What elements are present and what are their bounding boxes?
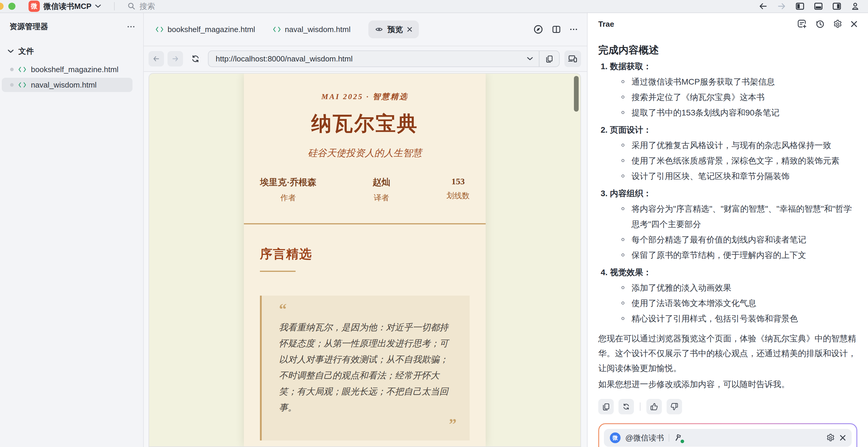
settings-gear-icon[interactable] bbox=[833, 19, 842, 29]
bullet-text: 保留了原书的章节结构，便于理解内容的上下文 bbox=[631, 247, 806, 263]
browser-back-button[interactable] bbox=[149, 51, 164, 67]
bullet-ring-icon bbox=[621, 96, 624, 99]
compass-icon[interactable] bbox=[533, 25, 543, 34]
file-name: bookshelf_magazine.html bbox=[31, 65, 119, 74]
new-chat-icon[interactable] bbox=[797, 19, 807, 29]
app-title: 微信读书MCP bbox=[43, 1, 92, 11]
close-icon[interactable] bbox=[407, 27, 412, 32]
code-file-icon bbox=[19, 82, 26, 88]
window-minimize-button[interactable] bbox=[0, 3, 4, 10]
history-forward-icon[interactable] bbox=[777, 2, 786, 11]
bullet-text: 提取了书中的153条划线内容和90条笔记 bbox=[631, 105, 779, 121]
app-switcher[interactable]: 微 微信读书MCP bbox=[29, 1, 101, 12]
tab-label: naval_wisdom.html bbox=[285, 25, 350, 34]
file-item-bookshelf-magazine[interactable]: bookshelf_magazine.html bbox=[2, 62, 132, 77]
account-icon[interactable] bbox=[851, 2, 860, 11]
mcp-tools-icon[interactable] bbox=[674, 433, 684, 443]
history-icon[interactable] bbox=[815, 19, 825, 29]
open-in-device-icon[interactable] bbox=[564, 50, 581, 67]
url-dropdown-icon[interactable] bbox=[521, 57, 539, 61]
titlebar: 微 微信读书MCP 搜索 bbox=[0, 0, 868, 13]
summary-bullet: 设计了引用区块、笔记区块和章节分隔装饰 bbox=[598, 169, 857, 184]
more-actions-icon[interactable] bbox=[570, 28, 578, 31]
book-meta-row: 埃里克·乔根森 作者 赵灿 译者 153 划线数 bbox=[260, 176, 470, 203]
context-chip-bar: 微 @微信读书 bbox=[604, 429, 852, 447]
bullet-ring-icon bbox=[621, 238, 624, 241]
bullet-text: 采用了优雅复古风格设计，与现有的杂志风格保持一致 bbox=[631, 138, 831, 153]
copy-message-button[interactable] bbox=[598, 399, 614, 414]
closing-paragraph: 您现在可以通过浏览器预览这个页面，体验《纳瓦尔宝典》中的智慧精华。这个设计不仅展… bbox=[598, 331, 857, 376]
summary-section-title: 2. 页面设计： bbox=[598, 122, 857, 138]
bullet-ring-icon bbox=[621, 175, 624, 177]
summary-bullet: 搜索并定位了《纳瓦尔宝典》这本书 bbox=[598, 90, 857, 105]
issue-line: MAI 2025 · 智慧精选 bbox=[260, 92, 470, 102]
input-settings-gear-icon[interactable] bbox=[826, 433, 835, 442]
thumbs-up-button[interactable] bbox=[646, 399, 662, 414]
bullet-ring-icon bbox=[621, 144, 624, 147]
copy-url-icon[interactable] bbox=[539, 51, 559, 67]
meta-value: 埃里克·乔根森 bbox=[260, 176, 316, 188]
meta-label: 译者 bbox=[373, 193, 390, 203]
preview-eye-icon bbox=[375, 26, 383, 33]
close-panel-icon[interactable] bbox=[851, 21, 857, 27]
toggle-right-panel-icon[interactable] bbox=[832, 2, 841, 11]
quote-open-mark: “ bbox=[279, 302, 457, 317]
bullet-text: 设计了引用区块、笔记区块和章节分隔装饰 bbox=[631, 169, 789, 184]
mcp-online-dot bbox=[681, 440, 684, 443]
explorer-title: 资源管理器 bbox=[9, 21, 48, 32]
split-editor-icon[interactable] bbox=[552, 25, 561, 34]
history-back-icon[interactable] bbox=[759, 2, 768, 11]
book-subtitle: 硅谷天使投资人的人生智慧 bbox=[260, 147, 470, 160]
mention-chip[interactable]: @微信读书 bbox=[625, 433, 664, 443]
file-item-naval-wisdom[interactable]: naval_wisdom.html bbox=[2, 78, 132, 92]
toggle-left-panel-icon[interactable] bbox=[796, 2, 804, 11]
quote-close-mark: ” bbox=[279, 417, 457, 432]
search-icon bbox=[128, 2, 135, 10]
chip-divider bbox=[669, 434, 669, 442]
toggle-bottom-panel-icon[interactable] bbox=[814, 2, 823, 11]
summary-bullet: 通过微信读书MCP服务获取了书架信息 bbox=[598, 74, 857, 90]
file-name: naval_wisdom.html bbox=[31, 80, 97, 90]
tab-naval-wisdom[interactable]: naval_wisdom.html bbox=[273, 25, 350, 34]
files-section-label: 文件 bbox=[19, 46, 34, 57]
code-file-icon bbox=[273, 26, 281, 32]
explorer-sidebar: 资源管理器 文件 bookshelf_magazine.html naval_w… bbox=[0, 13, 144, 447]
titlebar-divider bbox=[114, 2, 115, 10]
chat-input-box[interactable]: 微 @微信读书 bbox=[598, 423, 857, 447]
code-file-icon bbox=[19, 67, 26, 72]
preview-pane: MAI 2025 · 智慧精选 纳瓦尔宝典 硅谷天使投资人的人生智慧 埃里克·乔… bbox=[149, 73, 581, 447]
bullet-text: 搜索并定位了《纳瓦尔宝典》这本书 bbox=[631, 90, 765, 105]
assistant-title: Trae bbox=[598, 20, 614, 29]
regenerate-button[interactable] bbox=[618, 399, 634, 414]
summary-bullet: 将内容分为"序言精选"、"财富的智慧"、"幸福的智慧"和"哲学思考"四个主要部分 bbox=[598, 201, 857, 232]
meta-label: 作者 bbox=[260, 193, 316, 203]
browser-forward-button[interactable] bbox=[167, 51, 183, 67]
browser-refresh-button[interactable] bbox=[188, 51, 203, 67]
bullet-ring-icon bbox=[621, 80, 624, 83]
summary-bullet: 保留了原书的章节结构，便于理解内容的上下文 bbox=[598, 247, 857, 263]
bullet-text: 通过微信读书MCP服务获取了书架信息 bbox=[631, 74, 775, 90]
bullet-text: 将内容分为"序言精选"、"财富的智慧"、"幸福的智慧"和"哲学思考"四个主要部分 bbox=[631, 201, 857, 232]
tab-label: 预览 bbox=[388, 24, 403, 35]
files-section-header[interactable]: 文件 bbox=[0, 38, 143, 62]
tab-bookshelf-magazine[interactable]: bookshelf_magazine.html bbox=[156, 25, 255, 34]
bullet-ring-icon bbox=[621, 286, 624, 289]
assistant-message: 完成内容概述 1. 数据获取： 通过微信读书MCP服务获取了书架信息 搜索并定位… bbox=[588, 43, 868, 414]
remove-context-icon[interactable] bbox=[840, 435, 846, 441]
global-search[interactable]: 搜索 bbox=[128, 1, 155, 11]
explorer-more-icon[interactable] bbox=[127, 26, 135, 28]
summary-bullet: 使用了米色纸张质感背景，深棕色文字，精致的装饰元素 bbox=[598, 153, 857, 169]
tab-preview-active[interactable]: 预览 bbox=[368, 21, 419, 38]
preview-scrollbar[interactable] bbox=[574, 76, 579, 112]
closing-paragraph: 如果您想进一步修改或添加内容，可以随时告诉我。 bbox=[598, 377, 857, 392]
summary-section-title: 1. 数据获取： bbox=[598, 59, 857, 74]
file-status-dot bbox=[10, 68, 14, 71]
meta-translator: 赵灿 译者 bbox=[373, 176, 390, 203]
url-input[interactable]: http://localhost:8000/naval_wisdom.html bbox=[208, 50, 560, 67]
window-zoom-button[interactable] bbox=[8, 3, 16, 10]
bullet-text: 每个部分精选了最有价值的划线内容和读者笔记 bbox=[631, 232, 806, 247]
summary-bullet: 添加了优雅的淡入动画效果 bbox=[598, 280, 857, 296]
editor-area: bookshelf_magazine.html naval_wisdom.htm… bbox=[144, 13, 587, 447]
assistant-header: Trae bbox=[588, 13, 868, 35]
thumbs-down-button[interactable] bbox=[666, 399, 682, 414]
